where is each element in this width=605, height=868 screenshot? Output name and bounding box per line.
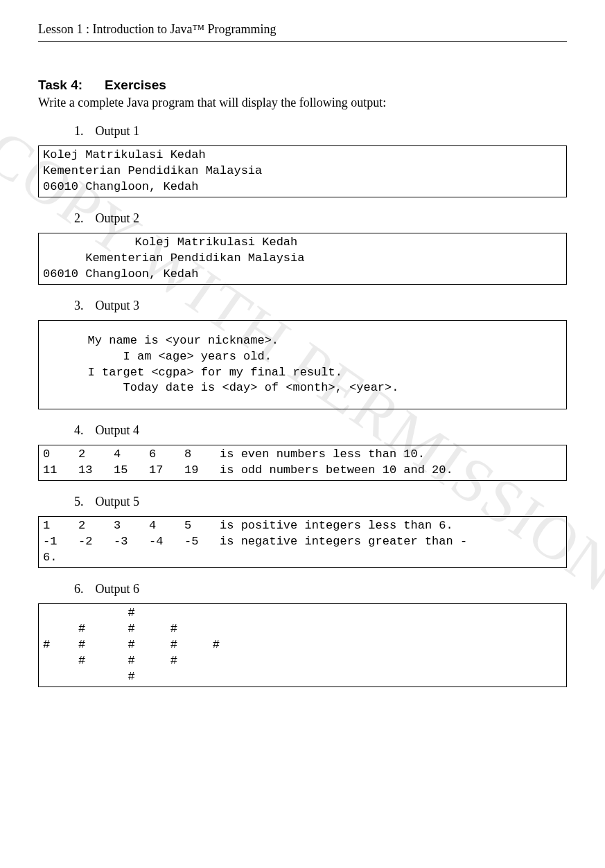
- list-item-4: 4. Output 4: [74, 423, 567, 438]
- list-num: 6.: [74, 582, 92, 596]
- list-item-1: 1. Output 1: [74, 124, 567, 139]
- lesson-header: Lesson 1 : Introduction to Java™ Program…: [38, 22, 567, 42]
- task-heading: Task 4: Exercises: [38, 78, 567, 93]
- list-item-3: 3. Output 3: [74, 299, 567, 313]
- list-num: 4.: [74, 423, 92, 438]
- output-3-box: My name is <your nickname>. I am <age> y…: [38, 320, 567, 410]
- list-num: 3.: [74, 299, 92, 313]
- list-num: 1.: [74, 124, 92, 139]
- task-title: Exercises: [105, 78, 166, 92]
- list-label: Output 4: [96, 423, 140, 437]
- list-label: Output 3: [96, 299, 140, 312]
- list-num: 5.: [74, 495, 92, 509]
- list-label: Output 6: [96, 582, 140, 596]
- instruction-text: Write a complete Java program that will …: [38, 96, 567, 110]
- list-item-5: 5. Output 5: [74, 495, 567, 509]
- output-2-box: Kolej Matrikulasi Kedah Kementerian Pend…: [38, 233, 567, 285]
- list-num: 2.: [74, 211, 92, 226]
- list-label: Output 1: [96, 124, 140, 138]
- list-label: Output 5: [96, 495, 140, 508]
- list-label: Output 2: [96, 211, 140, 225]
- output-4-box: 0 2 4 6 8 is even numbers less than 10. …: [38, 445, 567, 481]
- output-1-box: Kolej Matrikulasi Kedah Kementerian Pend…: [38, 145, 567, 197]
- output-6-box: # # # # # # # # # # # # #: [38, 603, 567, 687]
- output-5-box: 1 2 3 4 5 is positive integers less than…: [38, 516, 567, 568]
- list-item-6: 6. Output 6: [74, 582, 567, 596]
- task-label: Task 4:: [38, 78, 82, 92]
- list-item-2: 2. Output 2: [74, 211, 567, 226]
